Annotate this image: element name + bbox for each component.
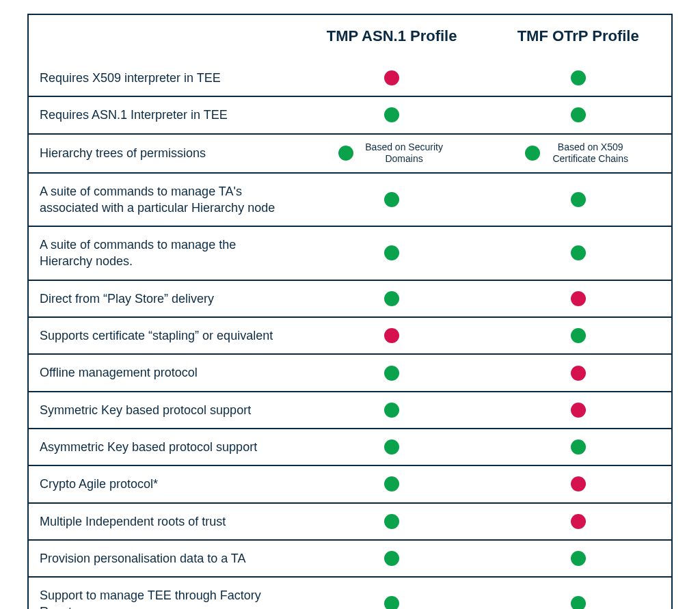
row-label: Symmetric Key based protocol support (29, 392, 299, 429)
status-dot-red-icon (384, 70, 399, 85)
col2-cell (485, 392, 671, 429)
col1-note: Based on Security Domains (363, 141, 445, 165)
col1-cell (299, 354, 485, 391)
header-col1: TMP ASN.1 Profile (299, 15, 485, 60)
status-dot-green-icon (571, 596, 586, 609)
col1-cell (299, 280, 485, 317)
table-row: Requires ASN.1 Interpreter in TEE (29, 96, 671, 133)
status-dot-red-icon (571, 476, 586, 491)
row-label: Multiple Independent roots of trust (29, 503, 299, 540)
col2-cell (485, 465, 671, 502)
status-dot-green-icon (571, 439, 586, 455)
col2-cell (485, 60, 671, 96)
table-row: A suite of commands to manage the Hierar… (29, 226, 671, 280)
row-label: Offline management protocol (29, 354, 299, 391)
row-label: Hierarchy trees of permissions (29, 134, 299, 173)
status-dot-green-icon (384, 596, 399, 609)
row-label: Support to manage TEE through Factory Re… (29, 577, 299, 609)
status-dot-green-icon (384, 192, 399, 207)
status-dot-green-icon (571, 328, 586, 343)
table-header-row: TMP ASN.1 Profile TMF OTrP Profile (29, 15, 671, 60)
status-dot-red-icon (384, 328, 399, 343)
table-row: Direct from “Play Store” delivery (29, 280, 671, 317)
col1-cell (299, 577, 485, 609)
status-dot-green-icon (571, 551, 586, 566)
status-dot-green-icon (384, 291, 399, 306)
status-dot-red-icon (571, 403, 586, 418)
status-dot-green-icon (384, 403, 399, 418)
header-col2: TMF OTrP Profile (485, 15, 671, 60)
status-dot-green-icon (384, 514, 399, 529)
status-dot-red-icon (571, 514, 586, 529)
status-dot-red-icon (571, 366, 586, 381)
status-dot-green-icon (384, 439, 399, 455)
table-row: Offline management protocol (29, 354, 671, 391)
table-row: Supports certificate “stapling” or equiv… (29, 317, 671, 354)
table-row: Requires X509 interpreter in TEE (29, 60, 671, 96)
col2-cell (485, 503, 671, 540)
status-dot-green-icon (338, 146, 353, 161)
col2-cell: Based on X509 Certificate Chains (485, 134, 671, 173)
col1-cell (299, 317, 485, 354)
col1-cell (299, 226, 485, 280)
status-dot-red-icon (571, 291, 586, 306)
row-label: Crypto Agile protocol* (29, 465, 299, 502)
status-dot-green-icon (571, 192, 586, 207)
status-dot-green-icon (525, 146, 540, 161)
table-row: Provision personalisation data to a TA (29, 540, 671, 577)
col1-cell (299, 540, 485, 577)
table-row: Crypto Agile protocol* (29, 465, 671, 502)
col2-cell (485, 577, 671, 609)
row-label: Asymmetric Key based protocol support (29, 429, 299, 465)
row-label: Provision personalisation data to a TA (29, 540, 299, 577)
col2-cell (485, 540, 671, 577)
col1-cell (299, 60, 485, 96)
status-dot-green-icon (571, 107, 586, 122)
table-row: Multiple Independent roots of trust (29, 503, 671, 540)
col2-cell (485, 280, 671, 317)
row-label: A suite of commands to manage the Hierar… (29, 226, 299, 280)
status-dot-green-icon (384, 551, 399, 566)
col1-cell (299, 429, 485, 465)
col1-cell (299, 503, 485, 540)
col2-cell (485, 226, 671, 280)
col1-cell (299, 173, 485, 227)
col1-cell (299, 392, 485, 429)
col2-cell (485, 317, 671, 354)
col2-note: Based on X509 Certificate Chains (550, 141, 632, 165)
status-dot-green-icon (384, 245, 399, 260)
status-dot-green-icon (571, 245, 586, 260)
status-dot-green-icon (384, 107, 399, 122)
comparison-table: TMP ASN.1 Profile TMF OTrP Profile Requi… (27, 14, 673, 609)
row-label: A suite of commands to manage TA's assoc… (29, 173, 299, 227)
table-row: Hierarchy trees of permissionsBased on S… (29, 134, 671, 173)
table: TMP ASN.1 Profile TMF OTrP Profile Requi… (29, 15, 671, 609)
col2-cell (485, 173, 671, 227)
col2-cell (485, 96, 671, 133)
row-label: Requires X509 interpreter in TEE (29, 60, 299, 96)
col1-cell (299, 96, 485, 133)
table-row: Support to manage TEE through Factory Re… (29, 577, 671, 609)
col1-cell: Based on Security Domains (299, 134, 485, 173)
status-dot-green-icon (571, 70, 586, 85)
row-label: Supports certificate “stapling” or equiv… (29, 317, 299, 354)
table-row: A suite of commands to manage TA's assoc… (29, 173, 671, 227)
col2-cell (485, 354, 671, 391)
table-row: Asymmetric Key based protocol support (29, 429, 671, 465)
header-blank (29, 15, 299, 60)
table-row: Symmetric Key based protocol support (29, 392, 671, 429)
row-label: Requires ASN.1 Interpreter in TEE (29, 96, 299, 133)
col2-cell (485, 429, 671, 465)
status-dot-green-icon (384, 366, 399, 381)
row-label: Direct from “Play Store” delivery (29, 280, 299, 317)
status-dot-green-icon (384, 476, 399, 491)
col1-cell (299, 465, 485, 502)
